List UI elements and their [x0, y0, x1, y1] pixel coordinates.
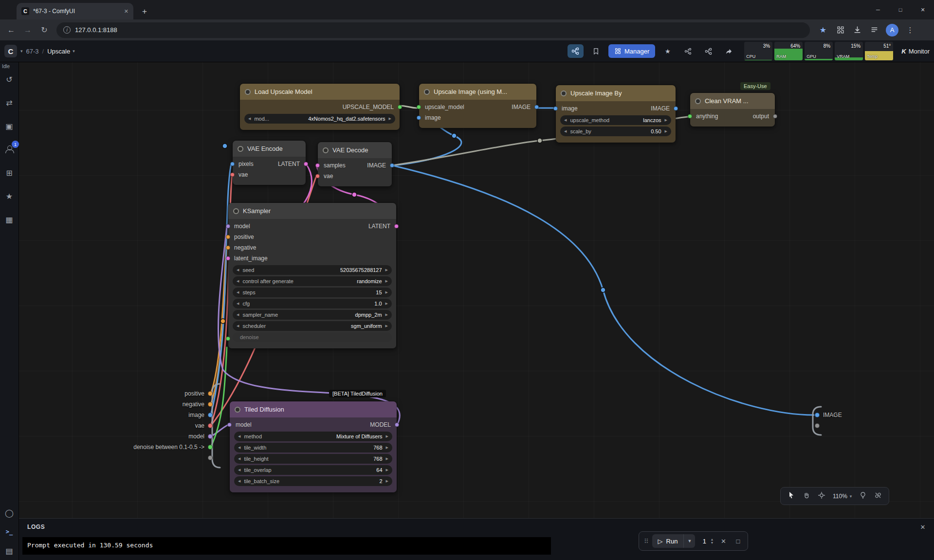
io-port[interactable]	[208, 423, 213, 428]
templates-grid-icon[interactable]: ▦	[4, 214, 15, 225]
node-header[interactable]: Load Upscale Model	[240, 84, 400, 100]
input-port-negative[interactable]	[226, 246, 230, 250]
group-input-positive[interactable]: positive	[103, 388, 213, 399]
output-port-image[interactable]	[534, 105, 539, 109]
output-port-latent[interactable]	[304, 162, 308, 166]
io-port[interactable]	[815, 413, 820, 417]
next-arrow-icon[interactable]: ▶	[386, 479, 388, 483]
comfyui-logo-icon[interactable]: C	[4, 45, 17, 57]
record-icon[interactable]: ◯	[4, 507, 15, 518]
node-header[interactable]: Upscale Image By	[556, 85, 676, 101]
group-input-negative[interactable]: negative	[103, 399, 213, 410]
node-header[interactable]: Clean VRAM ...	[690, 93, 775, 109]
terminal-logs-icon[interactable]: >_	[4, 526, 15, 537]
output-port-latent[interactable]	[394, 224, 399, 229]
prev-arrow-icon[interactable]: ◀	[237, 302, 239, 306]
site-info-icon[interactable]: i	[63, 26, 71, 34]
node-vae-decode[interactable]: VAE Decode samples IMAGE vae	[317, 142, 392, 187]
decrement-icon[interactable]: ▼	[710, 541, 714, 544]
prev-arrow-icon[interactable]: ◀	[564, 118, 567, 122]
widget-method[interactable]: ◀ method Mixture of Diffusers ▶	[234, 432, 392, 441]
input-port-pixels[interactable]	[230, 162, 235, 166]
logs-close-icon[interactable]: ✕	[920, 524, 926, 531]
clear-queue-icon[interactable]: ✕	[718, 538, 728, 545]
node-header[interactable]: Tiled Diffusion	[230, 401, 397, 417]
prev-arrow-icon[interactable]: ◀	[237, 324, 239, 328]
widget-scale-by[interactable]: ◀ scale_by 0.50 ▶	[560, 126, 671, 136]
prev-arrow-icon[interactable]: ◀	[237, 290, 239, 294]
next-arrow-icon[interactable]: ▶	[386, 446, 388, 450]
reload-button[interactable]: ↻	[37, 25, 52, 35]
input-port-denoise[interactable]	[226, 337, 230, 341]
log-console[interactable]: Prompt executed in 130.59 seconds	[22, 537, 551, 555]
io-port[interactable]	[815, 423, 820, 428]
prev-arrow-icon[interactable]: ◀	[238, 457, 240, 461]
input-port-samples[interactable]	[315, 163, 320, 168]
minimize-button[interactable]: ─	[867, 0, 889, 19]
input-port-model[interactable]	[226, 224, 230, 229]
next-arrow-icon[interactable]: ▶	[386, 457, 388, 461]
extensions-puzzle-icon[interactable]	[835, 25, 845, 36]
input-port-image[interactable]	[417, 116, 421, 120]
prev-arrow-icon[interactable]: ◀	[238, 468, 240, 472]
node-vae-encode[interactable]: VAE Encode pixels LATENT vae	[232, 140, 306, 185]
widget-model-name[interactable]: ◀ mod... 4xNomos2_hq_dat2.safetensors ▶	[244, 114, 395, 124]
widget-seed[interactable]: ◀ seed 52035675288127 ▶	[233, 265, 392, 275]
graph-canvas[interactable]	[19, 62, 934, 560]
history-icon[interactable]: ↺	[4, 74, 15, 85]
browser-tab[interactable]: C *67-3 - ComfyUI ✕	[17, 3, 133, 19]
input-port-model[interactable]	[227, 423, 232, 427]
stop-icon[interactable]: □	[733, 538, 743, 545]
tab-close-icon[interactable]: ✕	[124, 8, 128, 15]
group-output-image[interactable]: IMAGE	[815, 410, 842, 420]
reading-list-icon[interactable]	[869, 25, 879, 36]
input-port-anything[interactable]	[688, 114, 692, 119]
next-arrow-icon[interactable]: ▶	[665, 118, 667, 122]
drag-handle-icon[interactable]: ⠿	[644, 538, 647, 545]
group-output-empty[interactable]	[815, 420, 842, 431]
prev-arrow-icon[interactable]: ◀	[564, 129, 567, 133]
input-port-latent-image[interactable]	[226, 256, 230, 261]
next-arrow-icon[interactable]: ▶	[385, 279, 388, 283]
profile-avatar[interactable]: A	[886, 24, 898, 36]
maximize-button[interactable]: □	[889, 0, 912, 19]
prev-arrow-icon[interactable]: ◀	[237, 313, 239, 317]
widget-sampler-name[interactable]: ◀ sampler_name dpmpp_2m ▶	[233, 310, 392, 320]
node-load-upscale-model[interactable]: Load Upscale Model UPSCALE_MODEL ◀ mod..…	[239, 83, 400, 130]
node-clean-vram[interactable]: Clean VRAM ... anything output	[690, 92, 775, 127]
node-header[interactable]: VAE Encode	[233, 141, 306, 157]
fit-view-icon[interactable]	[818, 491, 825, 501]
node-header[interactable]: KSampler	[228, 203, 396, 219]
bookmarks-star-icon[interactable]: ★	[4, 191, 15, 201]
address-bar[interactable]: i 127.0.0.1:8188	[56, 22, 810, 38]
io-port[interactable]	[208, 434, 213, 439]
increment-icon[interactable]: ▲	[710, 538, 714, 541]
breadcrumb-workflow-name[interactable]: Upscale ▾	[47, 48, 75, 55]
pan-hand-icon[interactable]	[803, 491, 810, 501]
collapse-dot[interactable]	[424, 89, 430, 95]
favorites-star-icon[interactable]: ★	[659, 44, 676, 58]
group-input-image[interactable]: image	[103, 410, 213, 420]
io-port[interactable]	[208, 445, 213, 450]
bookmark-star-icon[interactable]: ★	[818, 25, 828, 36]
run-button[interactable]: ▷ Run	[652, 538, 684, 545]
widget-cfg[interactable]: ◀ cfg 1.0 ▶	[233, 299, 392, 308]
io-port[interactable]	[208, 402, 213, 407]
widget-scheduler[interactable]: ◀ scheduler sgm_uniform ▶	[233, 321, 392, 331]
io-port[interactable]	[208, 391, 213, 396]
prev-arrow-icon[interactable]: ◀	[238, 446, 240, 450]
monitor-toggle[interactable]: K Monitor	[901, 48, 930, 55]
collapse-dot[interactable]	[695, 98, 701, 104]
widget-tile-batch-size[interactable]: ◀ tile_batch_size 2 ▶	[234, 476, 392, 486]
next-arrow-icon[interactable]: ▶	[389, 117, 391, 121]
share-icon[interactable]	[721, 44, 737, 58]
breadcrumb-workflow-id[interactable]: 67-3	[26, 48, 39, 55]
batch-count-steppers[interactable]: ▲▼	[710, 538, 714, 544]
node-header[interactable]: VAE Decode	[318, 142, 392, 158]
prev-arrow-icon[interactable]: ◀	[237, 279, 239, 283]
collapse-dot[interactable]	[245, 89, 251, 95]
group-input-model[interactable]: model	[103, 431, 213, 442]
node-tiled-diffusion[interactable]: Tiled Diffusion model MODEL ◀ method Mix…	[229, 401, 397, 493]
node-library-icon[interactable]: ▣	[4, 121, 15, 131]
queue-icon[interactable]: 1	[4, 144, 15, 155]
